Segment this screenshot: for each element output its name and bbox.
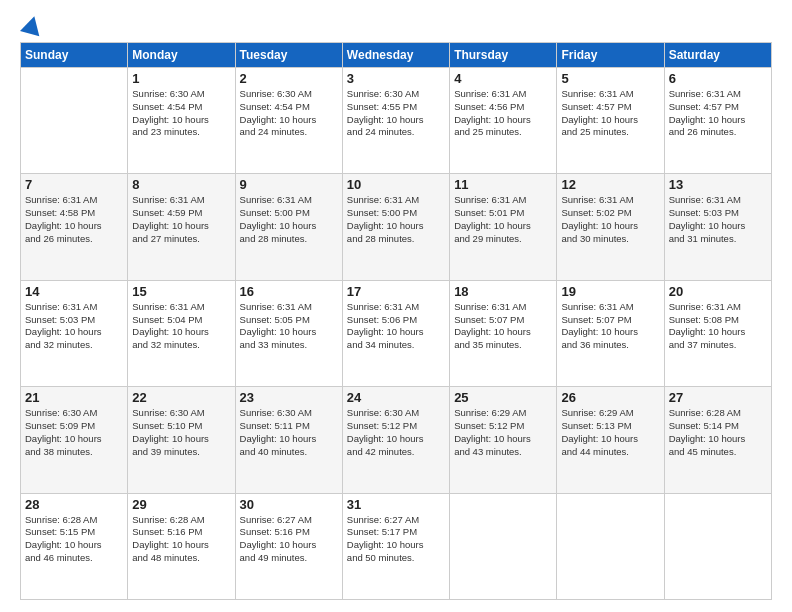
day-number: 8: [132, 177, 230, 192]
day-detail: Sunrise: 6:31 AM Sunset: 4:59 PM Dayligh…: [132, 194, 230, 245]
calendar-cell: 18Sunrise: 6:31 AM Sunset: 5:07 PM Dayli…: [450, 280, 557, 386]
calendar-cell: 15Sunrise: 6:31 AM Sunset: 5:04 PM Dayli…: [128, 280, 235, 386]
calendar-cell: 5Sunrise: 6:31 AM Sunset: 4:57 PM Daylig…: [557, 68, 664, 174]
calendar-cell: 22Sunrise: 6:30 AM Sunset: 5:10 PM Dayli…: [128, 387, 235, 493]
day-number: 15: [132, 284, 230, 299]
day-detail: Sunrise: 6:28 AM Sunset: 5:16 PM Dayligh…: [132, 514, 230, 565]
calendar-cell: 24Sunrise: 6:30 AM Sunset: 5:12 PM Dayli…: [342, 387, 449, 493]
header: [20, 16, 772, 34]
week-row-1: 1Sunrise: 6:30 AM Sunset: 4:54 PM Daylig…: [21, 68, 772, 174]
calendar-cell: 29Sunrise: 6:28 AM Sunset: 5:16 PM Dayli…: [128, 493, 235, 599]
day-detail: Sunrise: 6:30 AM Sunset: 5:12 PM Dayligh…: [347, 407, 445, 458]
day-number: 20: [669, 284, 767, 299]
week-row-2: 7Sunrise: 6:31 AM Sunset: 4:58 PM Daylig…: [21, 174, 772, 280]
weekday-header-friday: Friday: [557, 43, 664, 68]
calendar-cell: 11Sunrise: 6:31 AM Sunset: 5:01 PM Dayli…: [450, 174, 557, 280]
day-number: 14: [25, 284, 123, 299]
day-number: 31: [347, 497, 445, 512]
weekday-header-row: SundayMondayTuesdayWednesdayThursdayFrid…: [21, 43, 772, 68]
logo-triangle-icon: [20, 14, 44, 37]
day-detail: Sunrise: 6:31 AM Sunset: 5:06 PM Dayligh…: [347, 301, 445, 352]
day-number: 27: [669, 390, 767, 405]
calendar-cell: 12Sunrise: 6:31 AM Sunset: 5:02 PM Dayli…: [557, 174, 664, 280]
day-number: 25: [454, 390, 552, 405]
day-detail: Sunrise: 6:31 AM Sunset: 5:03 PM Dayligh…: [669, 194, 767, 245]
day-detail: Sunrise: 6:31 AM Sunset: 5:04 PM Dayligh…: [132, 301, 230, 352]
day-detail: Sunrise: 6:30 AM Sunset: 5:11 PM Dayligh…: [240, 407, 338, 458]
calendar-cell: [664, 493, 771, 599]
day-detail: Sunrise: 6:31 AM Sunset: 5:08 PM Dayligh…: [669, 301, 767, 352]
day-number: 5: [561, 71, 659, 86]
calendar-cell: 14Sunrise: 6:31 AM Sunset: 5:03 PM Dayli…: [21, 280, 128, 386]
day-number: 28: [25, 497, 123, 512]
logo: [20, 16, 42, 34]
day-number: 2: [240, 71, 338, 86]
weekday-header-thursday: Thursday: [450, 43, 557, 68]
day-number: 11: [454, 177, 552, 192]
calendar-table: SundayMondayTuesdayWednesdayThursdayFrid…: [20, 42, 772, 600]
day-number: 6: [669, 71, 767, 86]
calendar-cell: 3Sunrise: 6:30 AM Sunset: 4:55 PM Daylig…: [342, 68, 449, 174]
day-number: 23: [240, 390, 338, 405]
day-number: 17: [347, 284, 445, 299]
day-number: 12: [561, 177, 659, 192]
calendar-cell: 25Sunrise: 6:29 AM Sunset: 5:12 PM Dayli…: [450, 387, 557, 493]
weekday-header-monday: Monday: [128, 43, 235, 68]
weekday-header-sunday: Sunday: [21, 43, 128, 68]
calendar-cell: 8Sunrise: 6:31 AM Sunset: 4:59 PM Daylig…: [128, 174, 235, 280]
day-number: 4: [454, 71, 552, 86]
calendar-cell: 28Sunrise: 6:28 AM Sunset: 5:15 PM Dayli…: [21, 493, 128, 599]
calendar-cell: 10Sunrise: 6:31 AM Sunset: 5:00 PM Dayli…: [342, 174, 449, 280]
day-number: 24: [347, 390, 445, 405]
day-detail: Sunrise: 6:30 AM Sunset: 4:55 PM Dayligh…: [347, 88, 445, 139]
day-number: 7: [25, 177, 123, 192]
day-detail: Sunrise: 6:31 AM Sunset: 5:05 PM Dayligh…: [240, 301, 338, 352]
calendar-cell: [557, 493, 664, 599]
day-detail: Sunrise: 6:29 AM Sunset: 5:12 PM Dayligh…: [454, 407, 552, 458]
day-detail: Sunrise: 6:31 AM Sunset: 4:57 PM Dayligh…: [669, 88, 767, 139]
calendar-page: SundayMondayTuesdayWednesdayThursdayFrid…: [0, 0, 792, 612]
calendar-cell: 23Sunrise: 6:30 AM Sunset: 5:11 PM Dayli…: [235, 387, 342, 493]
day-number: 9: [240, 177, 338, 192]
calendar-cell: 1Sunrise: 6:30 AM Sunset: 4:54 PM Daylig…: [128, 68, 235, 174]
day-number: 3: [347, 71, 445, 86]
day-detail: Sunrise: 6:29 AM Sunset: 5:13 PM Dayligh…: [561, 407, 659, 458]
calendar-cell: 2Sunrise: 6:30 AM Sunset: 4:54 PM Daylig…: [235, 68, 342, 174]
day-detail: Sunrise: 6:31 AM Sunset: 5:00 PM Dayligh…: [347, 194, 445, 245]
day-number: 18: [454, 284, 552, 299]
day-detail: Sunrise: 6:30 AM Sunset: 5:10 PM Dayligh…: [132, 407, 230, 458]
day-detail: Sunrise: 6:27 AM Sunset: 5:17 PM Dayligh…: [347, 514, 445, 565]
calendar-cell: 27Sunrise: 6:28 AM Sunset: 5:14 PM Dayli…: [664, 387, 771, 493]
week-row-3: 14Sunrise: 6:31 AM Sunset: 5:03 PM Dayli…: [21, 280, 772, 386]
day-detail: Sunrise: 6:27 AM Sunset: 5:16 PM Dayligh…: [240, 514, 338, 565]
calendar-cell: 26Sunrise: 6:29 AM Sunset: 5:13 PM Dayli…: [557, 387, 664, 493]
day-detail: Sunrise: 6:28 AM Sunset: 5:14 PM Dayligh…: [669, 407, 767, 458]
day-detail: Sunrise: 6:31 AM Sunset: 4:56 PM Dayligh…: [454, 88, 552, 139]
calendar-cell: 21Sunrise: 6:30 AM Sunset: 5:09 PM Dayli…: [21, 387, 128, 493]
weekday-header-saturday: Saturday: [664, 43, 771, 68]
calendar-cell: [450, 493, 557, 599]
day-number: 16: [240, 284, 338, 299]
day-number: 29: [132, 497, 230, 512]
calendar-cell: 13Sunrise: 6:31 AM Sunset: 5:03 PM Dayli…: [664, 174, 771, 280]
day-detail: Sunrise: 6:30 AM Sunset: 4:54 PM Dayligh…: [240, 88, 338, 139]
day-number: 21: [25, 390, 123, 405]
calendar-cell: 9Sunrise: 6:31 AM Sunset: 5:00 PM Daylig…: [235, 174, 342, 280]
calendar-cell: 6Sunrise: 6:31 AM Sunset: 4:57 PM Daylig…: [664, 68, 771, 174]
day-number: 10: [347, 177, 445, 192]
calendar-cell: 4Sunrise: 6:31 AM Sunset: 4:56 PM Daylig…: [450, 68, 557, 174]
calendar-cell: 20Sunrise: 6:31 AM Sunset: 5:08 PM Dayli…: [664, 280, 771, 386]
day-number: 30: [240, 497, 338, 512]
week-row-4: 21Sunrise: 6:30 AM Sunset: 5:09 PM Dayli…: [21, 387, 772, 493]
calendar-cell: 30Sunrise: 6:27 AM Sunset: 5:16 PM Dayli…: [235, 493, 342, 599]
weekday-header-tuesday: Tuesday: [235, 43, 342, 68]
weekday-header-wednesday: Wednesday: [342, 43, 449, 68]
day-detail: Sunrise: 6:31 AM Sunset: 5:03 PM Dayligh…: [25, 301, 123, 352]
day-detail: Sunrise: 6:31 AM Sunset: 5:01 PM Dayligh…: [454, 194, 552, 245]
calendar-cell: 7Sunrise: 6:31 AM Sunset: 4:58 PM Daylig…: [21, 174, 128, 280]
calendar-cell: 16Sunrise: 6:31 AM Sunset: 5:05 PM Dayli…: [235, 280, 342, 386]
day-detail: Sunrise: 6:31 AM Sunset: 4:58 PM Dayligh…: [25, 194, 123, 245]
day-detail: Sunrise: 6:30 AM Sunset: 4:54 PM Dayligh…: [132, 88, 230, 139]
day-detail: Sunrise: 6:30 AM Sunset: 5:09 PM Dayligh…: [25, 407, 123, 458]
day-detail: Sunrise: 6:31 AM Sunset: 5:00 PM Dayligh…: [240, 194, 338, 245]
